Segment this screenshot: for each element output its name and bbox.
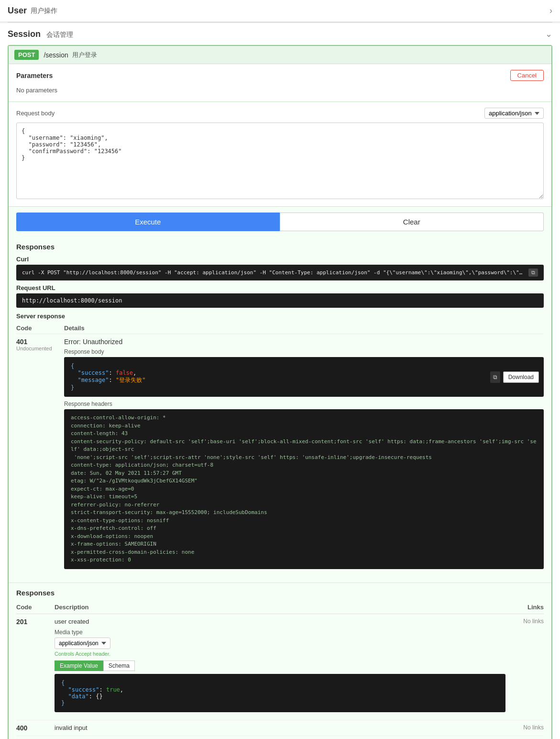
params-title: Parameters <box>16 72 53 79</box>
curl-section: Curl curl -X POST "http://localhost:8000… <box>16 256 544 280</box>
curl-copy-button[interactable]: ⧉ <box>528 269 538 277</box>
request-url-section: Request URL http://localhost:8000/sessio… <box>16 284 544 308</box>
response-body-copy-button[interactable]: ⧉ <box>490 371 500 383</box>
session-subtitle: 会话管理 <box>46 31 73 38</box>
resp-links-col-header: Links <box>505 604 544 611</box>
endpoint-description: 用户登录 <box>72 51 97 59</box>
resp-201-links: No links <box>505 618 544 716</box>
controls-accept-text: Controls Accept header. <box>55 651 505 657</box>
session-block: POST /session 用户登录 Parameters Cancel No … <box>8 45 552 739</box>
request-url-value: http://localhost:8000/session <box>22 297 122 304</box>
server-response-row: 401 Undocumented Error: Unauthorized Res… <box>16 336 544 577</box>
response-table-header: Code Details <box>16 323 544 334</box>
no-params-text: No parameters <box>16 85 544 96</box>
session-section: Session 会话管理 ⌄ POST /session 用户登录 Parame… <box>0 22 560 739</box>
response-headers-code: access-control-allow-origin: * connectio… <box>64 409 544 569</box>
responses-title: Responses <box>16 243 544 251</box>
resp-400-links: No links <box>505 724 544 732</box>
request-url-label: Request URL <box>16 284 544 291</box>
download-button[interactable]: Download <box>503 371 539 383</box>
user-section: User 用户操作 › <box>0 0 560 22</box>
user-title: User <box>8 6 27 16</box>
media-type-select[interactable]: application/json <box>484 108 544 119</box>
response-code-label: Undocumented <box>16 346 64 351</box>
resp-row-201: 201 user created Media type application/… <box>16 614 544 720</box>
media-type-label-201: Media type <box>55 629 505 636</box>
server-response-label: Server response <box>16 313 544 320</box>
example-body-code: { "success": true, "data": {} } <box>55 674 505 712</box>
response-body-actions: ⧉ Download <box>490 371 539 383</box>
code-column-header: Code <box>16 325 64 332</box>
response-code-cell: 401 Undocumented <box>16 338 64 351</box>
request-body-section: Request body application/json { "usernam… <box>9 102 551 207</box>
response-headers-text: access-control-allow-origin: * connectio… <box>71 414 537 564</box>
resp-201-code: 201 <box>16 618 55 716</box>
resp-400-desc: invalid input <box>55 724 505 732</box>
session-chevron-down-icon[interactable]: ⌄ <box>545 29 552 39</box>
responses-section: Responses Curl curl -X POST "http://loca… <box>9 237 551 577</box>
params-header: Parameters Cancel <box>16 70 544 81</box>
session-title: Session <box>8 29 41 39</box>
responses-table-header: Code Description Links <box>16 601 544 614</box>
resp-row-400: 400 invalid input No links <box>16 720 544 736</box>
curl-command: curl -X POST "http://localhost:8000/sess… <box>22 269 525 276</box>
request-body-textarea[interactable]: { "username": "xiaoming", "password": "1… <box>16 123 544 199</box>
post-badge: POST <box>14 50 39 60</box>
response-body-label: Response body <box>64 348 544 355</box>
action-buttons: Execute Clear <box>16 213 544 231</box>
resp-desc-col-header: Description <box>55 604 505 611</box>
resp-row-409: 409 conflict No links <box>16 736 544 739</box>
resp-400-description-text: invalid input <box>55 724 505 731</box>
user-chevron-right-icon[interactable]: › <box>549 6 552 16</box>
example-value-tabs: Example Value Schema <box>55 661 505 671</box>
details-column-header: Details <box>64 325 544 332</box>
error-text: Error: Unauthorized <box>64 338 544 346</box>
server-response-section: Server response Code Details 401 Undocum… <box>16 313 544 577</box>
bottom-responses-title: Responses <box>16 589 544 597</box>
resp-201-description-text: user created <box>55 618 505 625</box>
response-code-number: 401 <box>16 338 64 346</box>
resp-code-col-header: Code <box>16 604 55 611</box>
bottom-responses: Responses Code Description Links 201 use… <box>9 582 551 739</box>
response-detail-cell: Error: Unauthorized Response body { "suc… <box>64 338 544 575</box>
example-body-text: { "success": true, "data": {} } <box>61 680 499 706</box>
media-type-select-201[interactable]: application/json <box>55 638 110 649</box>
endpoint-bar: POST /session 用户登录 <box>9 46 551 64</box>
parameters-section: Parameters Cancel No parameters <box>9 64 551 102</box>
request-body-label: Request body <box>16 110 55 117</box>
resp-201-desc: user created Media type application/json… <box>55 618 505 716</box>
resp-400-code: 400 <box>16 724 55 732</box>
endpoint-path: /session <box>44 51 68 59</box>
curl-bar: curl -X POST "http://localhost:8000/sess… <box>16 265 544 280</box>
schema-tab[interactable]: Schema <box>103 661 135 671</box>
session-section-header[interactable]: Session 会话管理 ⌄ <box>0 22 560 45</box>
curl-label: Curl <box>16 256 544 263</box>
request-url-bar: http://localhost:8000/session <box>16 293 544 308</box>
execute-button[interactable]: Execute <box>16 213 280 231</box>
request-body-header: Request body application/json <box>16 108 544 119</box>
response-body-text: { "success": false, "message": "登录失败" } <box>71 363 537 391</box>
response-body-code: { "success": false, "message": "登录失败" } … <box>64 357 544 397</box>
clear-button[interactable]: Clear <box>280 213 544 231</box>
example-value-tab[interactable]: Example Value <box>55 661 103 671</box>
user-subtitle: 用户操作 <box>31 7 57 15</box>
cancel-button[interactable]: Cancel <box>510 70 544 81</box>
response-headers-label: Response headers <box>64 401 544 407</box>
